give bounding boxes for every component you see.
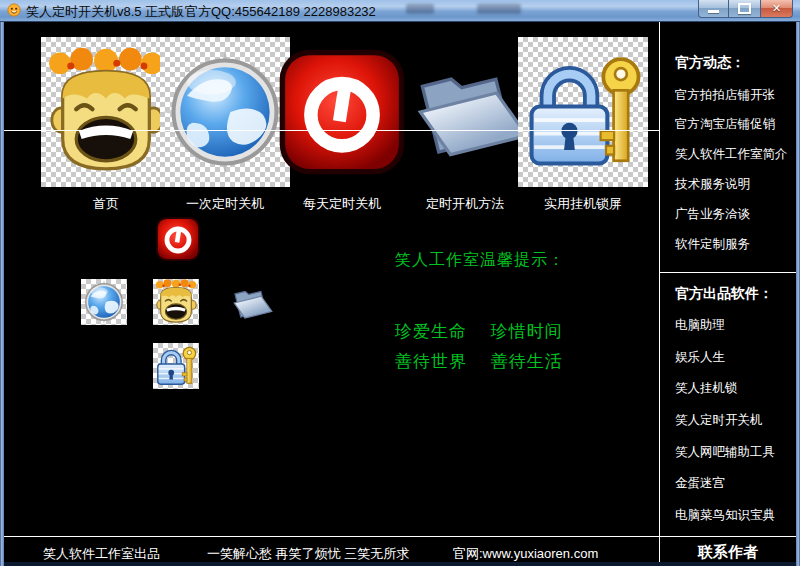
- globe-icon[interactable]: [160, 37, 290, 187]
- folder-icon[interactable]: [400, 37, 530, 187]
- minimize-icon: [708, 10, 719, 13]
- nav-label[interactable]: 每天定时关机: [277, 195, 407, 213]
- window-frame-bottom: [0, 562, 800, 566]
- sidebar-item-custom-software[interactable]: 软件定制服务: [675, 236, 750, 253]
- sidebar-item-pc-newbie-book[interactable]: 电脑菜鸟知识宝典: [675, 507, 775, 524]
- nav-item-home[interactable]: 首页: [41, 37, 171, 213]
- contact-author-button[interactable]: 联系作者: [660, 543, 796, 562]
- sidebar-item-timed-switch[interactable]: 笑人定时开关机: [675, 412, 763, 429]
- nav-item-once-shutdown[interactable]: 一次定时关机: [160, 37, 290, 213]
- footer-website[interactable]: 官网:www.yuxiaoren.com: [453, 545, 598, 563]
- nav-label[interactable]: 定时开机方法: [400, 195, 530, 213]
- power-icon: [155, 216, 201, 262]
- app-window: 笑人定时开关机v8.5 正式版 官方QQ:455642189 222898323…: [0, 0, 800, 566]
- sidebar-products-heading: 官方出品软件：: [675, 285, 773, 303]
- sidebar-item-studio-intro[interactable]: 笑人软件工作室简介: [675, 146, 788, 163]
- sidebar-section-divider: [660, 272, 796, 273]
- footer-slogan: 一笑解心愁 再笑了烦忧 三笑无所求: [207, 545, 409, 563]
- sidebar-item-netbar-tool[interactable]: 笑人网吧辅助工具: [675, 444, 775, 461]
- hint-line-1: 珍爱生命 珍惜时间: [395, 320, 563, 343]
- close-button[interactable]: ✕: [760, 0, 793, 18]
- sidebar-item-pc-assistant[interactable]: 电脑助理: [675, 317, 725, 334]
- smiley-icon: [153, 279, 199, 325]
- sidebar-item-paipai[interactable]: 官方拍拍店铺开张: [675, 87, 775, 104]
- nav-item-boot-method[interactable]: 定时开机方法: [400, 37, 530, 213]
- window-frame-left: [0, 0, 4, 566]
- titlebar-glass-smudge: [406, 4, 434, 14]
- sidebar-item-tech-service[interactable]: 技术服务说明: [675, 176, 750, 193]
- lock-icon[interactable]: [518, 37, 648, 187]
- sidebar-item-ad-business[interactable]: 广告业务洽谈: [675, 206, 750, 223]
- folder-icon: [227, 280, 273, 326]
- sidebar-news-heading: 官方动态：: [675, 54, 745, 72]
- maximize-icon: [738, 3, 751, 14]
- power-icon[interactable]: [277, 37, 407, 187]
- toolbar-divider: [4, 130, 659, 131]
- app-smiley-icon: [7, 3, 21, 17]
- nav-item-daily-shutdown[interactable]: 每天定时关机: [277, 37, 407, 213]
- globe-icon: [81, 279, 127, 325]
- nav-label[interactable]: 一次定时关机: [160, 195, 290, 213]
- titlebar[interactable]: 笑人定时开关机v8.5 正式版 官方QQ:455642189 222898323…: [0, 0, 800, 22]
- sidebar-item-taobao[interactable]: 官方淘宝店铺促销: [675, 116, 775, 133]
- sidebar-item-fun-life[interactable]: 娱乐人生: [675, 349, 725, 366]
- sidebar-item-xiaoren-lock[interactable]: 笑人挂机锁: [675, 380, 738, 397]
- maximize-button[interactable]: [729, 0, 760, 18]
- footer-divider: [4, 536, 796, 537]
- nav-label[interactable]: 实用挂机锁屏: [518, 195, 648, 213]
- sidebar-item-golden-egg-maze[interactable]: 金蛋迷宫: [675, 475, 725, 492]
- nav-item-lock-screen[interactable]: 实用挂机锁屏: [518, 37, 648, 213]
- window-title: 笑人定时开关机v8.5 正式版: [26, 3, 184, 21]
- content-area: 首页 一次定时关机 每天定时关机 定时开机方法 实用挂机锁屏 笑人工作室: [4, 21, 796, 562]
- window-title-qq: 官方QQ:455642189 2228983232: [185, 3, 376, 21]
- sidebar-divider: [659, 21, 660, 562]
- lock-icon: [153, 343, 199, 389]
- caption-buttons: ✕: [698, 0, 793, 18]
- nav-label[interactable]: 首页: [41, 195, 171, 213]
- hint-title: 笑人工作室温馨提示：: [395, 250, 565, 271]
- window-frame-right: [796, 0, 800, 566]
- close-icon: ✕: [772, 3, 781, 14]
- footer-studio: 笑人软件工作室出品: [43, 545, 160, 563]
- titlebar-glass-smudge: [477, 4, 521, 14]
- smiley-icon[interactable]: [41, 37, 171, 187]
- minimize-button[interactable]: [698, 0, 729, 18]
- hint-line-2: 善待世界 善待生活: [395, 350, 563, 373]
